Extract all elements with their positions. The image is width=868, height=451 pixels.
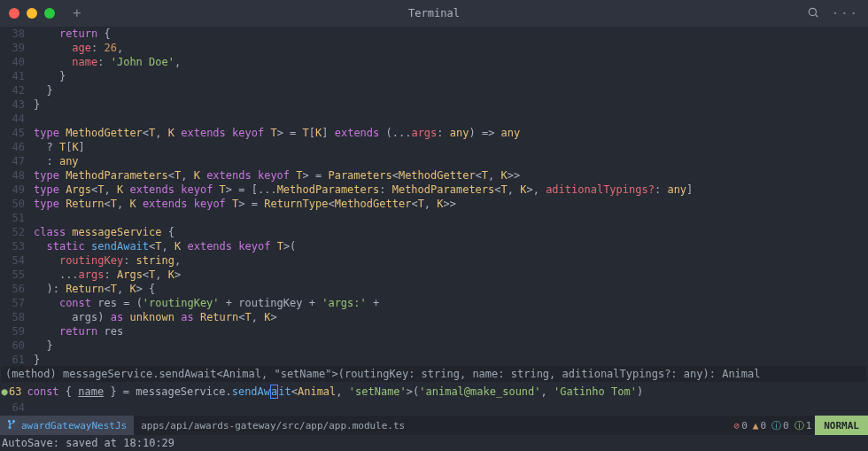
code-line[interactable]: 61}: [0, 353, 868, 367]
current-line: ● 63 const { name } = messageService.sen…: [0, 384, 868, 400]
minimize-window-button[interactable]: [27, 8, 37, 19]
error-icon: ⊘: [734, 420, 740, 432]
line-number: 38: [0, 27, 34, 41]
code-line[interactable]: 55 ...args: Args<T, K>: [0, 268, 868, 282]
more-icon[interactable]: ···: [832, 6, 859, 20]
line-number-current: 63: [9, 385, 27, 398]
current-line-code: const { name } = messageService.sendAwai…: [27, 385, 643, 398]
code-line[interactable]: 43}: [0, 97, 868, 112]
code-line[interactable]: 52class messageService {: [0, 225, 868, 239]
line-number: 39: [0, 41, 34, 55]
modified-indicator-icon: ●: [0, 385, 9, 398]
code-line[interactable]: 56 ): Return<T, K> {: [0, 282, 868, 296]
code-editor[interactable]: 38 return {39 age: 26,40 name: 'John Doe…: [0, 27, 868, 400]
line-number: 42: [0, 83, 34, 97]
signature-help: (method) messageService.sendAwait<Animal…: [2, 366, 866, 382]
code-line[interactable]: 46 ? T[K]: [0, 140, 868, 154]
window-controls: [9, 8, 55, 19]
line-number: 47: [0, 154, 34, 168]
line-number: 61: [0, 353, 34, 367]
line-number: 53: [0, 239, 34, 253]
code-line[interactable]: 41 }: [0, 69, 868, 83]
line-number: 44: [0, 112, 34, 126]
code-line[interactable]: 57 const res = ('routingKey' + routingKe…: [0, 296, 868, 310]
code-line[interactable]: 45type MethodGetter<T, K extends keyof T…: [0, 126, 868, 140]
line-number: 57: [0, 296, 34, 310]
code-line[interactable]: 59 return res: [0, 324, 868, 338]
warn-count: 0: [760, 420, 766, 432]
code-line[interactable]: 47 : any: [0, 154, 868, 168]
hint-icon: ⓘ: [794, 419, 804, 432]
line-number: 40: [0, 55, 34, 69]
svg-point-0: [809, 8, 816, 15]
code-line[interactable]: 49type Args<T, K extends keyof T> = [...…: [0, 183, 868, 197]
hint-count: 1: [806, 420, 812, 432]
line-number: 45: [0, 126, 34, 140]
line-number: 49: [0, 183, 34, 197]
code-line[interactable]: 40 name: 'John Doe',: [0, 55, 868, 69]
add-tab-button[interactable]: +: [73, 6, 81, 20]
line-number: 56: [0, 282, 34, 296]
close-window-button[interactable]: [9, 8, 19, 19]
line-number: 52: [0, 225, 34, 239]
statusline: awardGatewayNestJs apps/api/awards-gatew…: [0, 416, 868, 435]
branch-icon: [7, 419, 18, 432]
titlebar: + Terminal ···: [0, 0, 868, 27]
warn-icon: ▲: [753, 420, 759, 432]
code-line[interactable]: 60 }: [0, 338, 868, 353]
line-number: 59: [0, 324, 34, 338]
line-number: 54: [0, 253, 34, 268]
branch-name: awardGatewayNestJs: [21, 420, 127, 432]
code-line[interactable]: 53 static sendAwait<T, K extends keyof T…: [0, 239, 868, 253]
line-number: 48: [0, 168, 34, 183]
code-line[interactable]: 48type MethodParameters<T, K extends key…: [0, 168, 868, 183]
vim-mode: NORMAL: [815, 416, 868, 435]
code-line[interactable]: 42 }: [0, 83, 868, 97]
command-line: AutoSave: saved at 18:10:29: [0, 435, 868, 451]
code-line[interactable]: 58 args) as unknown as Return<T, K>: [0, 310, 868, 324]
line-number: 41: [0, 69, 34, 83]
info-icon: ⓘ: [771, 419, 781, 432]
code-line[interactable]: 38 return {: [0, 27, 868, 41]
error-count: 0: [741, 420, 748, 432]
info-count: 0: [783, 420, 789, 432]
code-line[interactable]: 50type Return<T, K extends keyof T> = Re…: [0, 197, 868, 211]
maximize-window-button[interactable]: [44, 8, 55, 19]
code-line[interactable]: 44: [0, 112, 868, 126]
svg-line-1: [815, 14, 818, 17]
code-line[interactable]: 39 age: 26,: [0, 41, 868, 55]
line-number: 51: [0, 211, 34, 225]
filepath: apps/api/awards-gateway/src/app/app.modu…: [134, 420, 733, 432]
line-number: 46: [0, 140, 34, 154]
code-line[interactable]: 51: [0, 211, 868, 225]
line-number: 58: [0, 310, 34, 324]
line-number: 60: [0, 338, 34, 353]
git-branch-section[interactable]: awardGatewayNestJs: [0, 416, 134, 435]
line-number: 64: [0, 400, 34, 416]
window-title: Terminal: [408, 7, 460, 19]
line-number: 50: [0, 197, 34, 211]
code-line[interactable]: 54 routingKey: string,: [0, 253, 868, 268]
line-number: 43: [0, 97, 34, 112]
line-number: 55: [0, 268, 34, 282]
search-icon[interactable]: [807, 6, 819, 21]
diagnostics: ⊘0 ▲0 ⓘ0 ⓘ1: [734, 419, 816, 432]
